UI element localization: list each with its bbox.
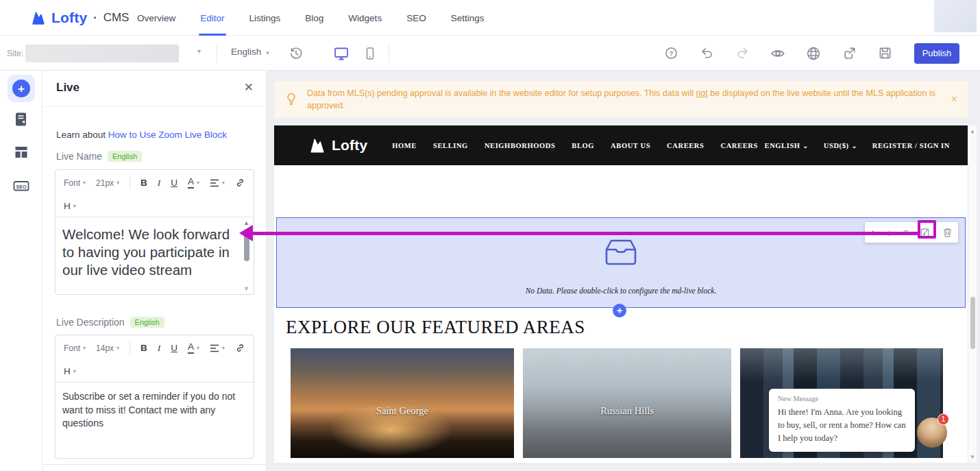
plus-icon: + — [617, 305, 622, 316]
site-nav-neighborhoods[interactable]: NEIGHBORHOODS — [485, 142, 555, 149]
site-globe-button[interactable] — [806, 46, 821, 61]
chevron-down-icon: ⌄ — [852, 143, 857, 149]
seo-button[interactable]: SEO — [13, 178, 28, 193]
site-nav-selling[interactable]: SELLING — [433, 142, 468, 149]
nav-item-settings[interactable]: Settings — [451, 0, 485, 36]
site-logo[interactable]: Lofty — [308, 136, 367, 154]
area-card-saint-george[interactable]: Saint George — [291, 348, 514, 458]
site-nav-blog[interactable]: BLOG — [572, 142, 594, 149]
font-size-dropdown[interactable]: 21px▾ — [96, 178, 119, 188]
preview-scrollbar[interactable]: ▲ ▼ — [968, 125, 977, 463]
editor-canvas: Data from MLS(s) pending approval is ava… — [267, 71, 980, 471]
undo-button[interactable] — [699, 46, 714, 61]
underline-button[interactable]: U — [171, 343, 177, 353]
desktop-view-button[interactable] — [333, 45, 350, 62]
nav-item-overview[interactable]: Overview — [137, 0, 175, 36]
bulb-icon — [284, 92, 298, 107]
close-icon[interactable]: ✕ — [951, 94, 958, 104]
align-dropdown[interactable]: ▾ — [210, 344, 225, 352]
site-navbar: Lofty HOME SELLING NEIGHBORHOODS BLOG AB… — [274, 125, 968, 165]
chevron-down-icon: ▾ — [73, 203, 76, 209]
help-button[interactable]: ? — [663, 46, 678, 61]
language-selector[interactable]: English ▾ — [231, 47, 269, 57]
site-nav-home[interactable]: HOME — [392, 142, 417, 149]
live-description-label: Live Description — [56, 317, 125, 328]
heading-dropdown[interactable]: H▾ — [64, 201, 76, 211]
app-logo[interactable]: Lofty · CMS — [30, 0, 129, 36]
add-block-button[interactable]: + — [8, 75, 35, 102]
move-down-button[interactable]: ↓ — [887, 228, 892, 237]
open-external-button[interactable] — [842, 46, 857, 61]
editor-toolbar: Site: ▾ English ▾ ? — [0, 36, 980, 71]
bold-button[interactable]: B — [140, 178, 147, 188]
save-button[interactable] — [877, 46, 892, 61]
chevron-down-icon: ▾ — [197, 180, 199, 186]
site-nav-right: ENGLISH⌄ USD($)⌄ REGISTER / SIGN IN — [765, 142, 950, 149]
drag-handle[interactable]: ≡ — [903, 228, 908, 237]
layout-template-icon — [14, 145, 29, 160]
block-toolbar: ↑ ↓ ≡ — [865, 222, 958, 243]
mls-warning-banner: Data from MLS(s) pending approval is ava… — [274, 81, 968, 118]
chevron-down-icon: ▾ — [117, 180, 119, 186]
font-size-dropdown[interactable]: 14px▾ — [96, 343, 119, 353]
link-button[interactable] — [235, 178, 245, 188]
italic-button[interactable]: I — [158, 178, 161, 189]
block-rail: + SEO — [0, 71, 42, 471]
nav-item-seo[interactable]: SEO — [406, 0, 426, 36]
edit-block-button[interactable] — [920, 227, 931, 238]
text-color-button[interactable]: A▾ — [188, 177, 199, 188]
move-up-button[interactable]: ↑ — [870, 228, 875, 237]
featured-areas-heading: EXPLORE OUR FEATURED AREAS — [286, 317, 585, 338]
preview-button[interactable] — [770, 46, 785, 61]
site-nav-about-us[interactable]: ABOUT US — [611, 142, 650, 149]
site-selector[interactable] — [25, 45, 179, 62]
live-block-panel: Live ✕ Learn about How to Use Zoom Live … — [42, 71, 267, 471]
underline-button[interactable]: U — [171, 178, 177, 188]
font-family-dropdown[interactable]: Font▾ — [64, 178, 86, 188]
nav-item-editor[interactable]: Editor — [200, 0, 224, 36]
site-register-link[interactable]: REGISTER / SIGN IN — [872, 142, 950, 149]
chat-header: New Message — [778, 395, 906, 402]
live-description-input[interactable]: Subscribe or set a reminder if you do no… — [56, 383, 254, 458]
nav-item-listings[interactable]: Listings — [249, 0, 281, 36]
close-icon[interactable]: ✕ — [244, 80, 254, 95]
site-nav-careers[interactable]: CAREERS — [667, 142, 704, 149]
live-description-editor: Font▾ 14px▾ B I U A▾ ▾ H▾ Subscribe or — [55, 335, 254, 459]
italic-button[interactable]: I — [158, 343, 161, 354]
publish-button[interactable]: Publish — [914, 43, 959, 64]
nav-item-blog[interactable]: Blog — [305, 0, 323, 36]
site-currency-dropdown[interactable]: USD($)⌄ — [824, 142, 857, 149]
chevron-down-icon: ▾ — [83, 180, 86, 186]
text-color-button[interactable]: A▾ — [188, 342, 199, 353]
area-card-russian-hills[interactable]: Russian Hills — [523, 348, 731, 458]
eye-icon — [770, 46, 785, 61]
site-language-dropdown[interactable]: ENGLISH⌄ — [765, 142, 809, 149]
live-name-input[interactable]: Welcome! We look forward to having you p… — [56, 217, 254, 294]
md-live-block[interactable]: No Data. Please double-click to configur… — [276, 217, 966, 308]
site-chevron-down-icon[interactable]: ▾ — [197, 47, 201, 55]
heading-dropdown[interactable]: H▾ — [64, 366, 76, 376]
delete-block-button[interactable] — [942, 227, 953, 238]
history-button[interactable] — [288, 45, 304, 62]
insert-block-button[interactable]: + — [613, 304, 626, 317]
user-avatar[interactable] — [934, 0, 977, 32]
panel-title: Live — [56, 81, 79, 95]
redo-button[interactable] — [735, 46, 750, 61]
editor-scrollbar[interactable]: ▲ ▼ — [243, 219, 252, 292]
nav-item-widgets[interactable]: Widgets — [348, 0, 382, 36]
chevron-down-icon: ▾ — [83, 345, 86, 351]
font-family-dropdown[interactable]: Font▾ — [64, 343, 86, 353]
layout-button[interactable] — [14, 145, 29, 160]
scroll-up-icon: ▲ — [243, 219, 249, 226]
learn-link[interactable]: How to Use Zoom Live Block — [108, 130, 227, 140]
site-nav-careers-2[interactable]: CAREERS — [721, 142, 758, 149]
pages-button[interactable] — [14, 112, 29, 127]
divider — [130, 176, 130, 190]
align-dropdown[interactable]: ▾ — [210, 179, 225, 187]
scrollbar-thumb — [244, 230, 249, 261]
bold-button[interactable]: B — [140, 343, 147, 353]
mobile-view-button[interactable] — [362, 45, 378, 62]
app-header: Lofty · CMS Overview Editor Listings Blo… — [0, 0, 980, 36]
link-button[interactable] — [235, 343, 245, 353]
chat-widget-bubble[interactable]: New Message Hi there! I'm Anna. Are you … — [769, 389, 915, 452]
